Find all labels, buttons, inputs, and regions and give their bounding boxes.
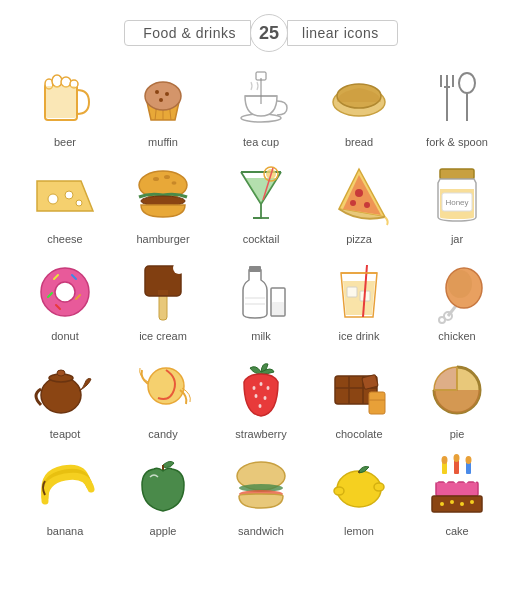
donut-icon [31,258,99,326]
svg-line-25 [445,71,469,125]
svg-point-97 [334,487,344,495]
svg-rect-5 [46,86,76,118]
cell-candy: candy [114,352,212,443]
chocolate-icon [325,356,393,424]
svg-rect-57 [158,290,168,295]
svg-rect-58 [249,266,261,272]
cake-label: cake [445,525,468,538]
svg-point-33 [172,181,177,185]
cell-donut: donut [16,254,114,345]
svg-rect-62 [272,302,284,315]
teapot-icon [31,356,99,424]
hamburger-label: hamburger [136,233,189,246]
svg-point-74 [57,370,65,376]
cell-beer: beer [16,60,114,151]
svg-point-41 [364,202,370,208]
header-number: 25 [250,14,288,52]
pie-label: pie [450,428,465,441]
ice-drink-icon [325,258,393,326]
svg-point-40 [355,189,363,197]
cell-pizza: pizza [310,157,408,248]
svg-point-42 [350,200,356,206]
svg-point-78 [267,386,270,390]
cheese-icon [31,161,99,229]
strawberry-icon [227,356,295,424]
svg-point-27 [48,194,58,204]
pizza-icon [325,161,393,229]
bread-label: bread [345,136,373,149]
beer-icon [31,64,99,132]
cell-chicken: chicken [408,254,506,345]
milk-label: milk [251,330,271,343]
ice-drink-label: ice drink [339,330,380,343]
muffin-label: muffin [148,136,178,149]
cell-hamburger: hamburger [114,157,212,248]
cocktail-label: cocktail [243,233,280,246]
chicken-label: chicken [438,330,475,343]
svg-point-31 [153,177,159,181]
beer-label: beer [54,136,76,149]
svg-point-79 [255,394,258,398]
svg-point-77 [260,382,263,386]
strawberry-label: strawberry [235,428,286,441]
svg-point-110 [470,500,474,504]
cell-milk: milk [212,254,310,345]
svg-point-12 [159,98,163,102]
candy-label: candy [148,428,177,441]
apple-icon [129,453,197,521]
svg-point-71 [448,270,472,298]
chicken-icon [423,258,491,326]
fork-spoon-label: fork & spoon [426,136,488,149]
svg-point-56 [173,262,185,274]
cell-apple: apple [114,449,212,540]
cell-ice-cream: ice cream [114,254,212,345]
candy-icon [129,356,197,424]
lemon-label: lemon [344,525,374,538]
cell-banana: banana [16,449,114,540]
teapot-label: teapot [50,428,81,441]
cell-cheese: cheese [16,157,114,248]
svg-point-47 [55,282,75,302]
tea-cup-icon [227,64,295,132]
cell-pie: pie [408,352,506,443]
svg-rect-63 [347,287,357,297]
cell-muffin: muffin [114,60,212,151]
header: Food & drinks 25 linear icons [0,14,522,52]
cell-cake: cake [408,449,506,540]
svg-point-108 [450,500,454,504]
svg-point-9 [145,82,181,110]
tea-cup-label: tea cup [243,136,279,149]
svg-text:Honey: Honey [445,198,468,207]
cell-chocolate: chocolate [310,352,408,443]
hamburger-icon [129,161,197,229]
sandwich-icon [227,453,295,521]
header-left-text: Food & drinks [124,20,251,46]
chocolate-label: chocolate [335,428,382,441]
cell-sandwich: sandwich [212,449,310,540]
svg-point-10 [155,90,159,94]
svg-point-32 [164,175,170,179]
jar-label: jar [451,233,463,246]
banana-icon [31,453,99,521]
cell-jar: Honey jar [408,157,506,248]
svg-point-96 [374,483,384,491]
cell-ice-drink: ice drink [310,254,408,345]
sandwich-label: sandwich [238,525,284,538]
ice-cream-icon [129,258,197,326]
svg-point-28 [65,191,73,199]
ice-cream-label: ice cream [139,330,187,343]
milk-icon [227,258,295,326]
svg-point-107 [440,502,444,506]
svg-point-69 [439,317,445,323]
svg-point-109 [460,502,464,506]
lemon-icon [325,453,393,521]
icon-grid: beer muffin [16,60,506,540]
svg-point-81 [259,404,262,408]
svg-point-11 [165,92,169,96]
svg-point-104 [466,456,472,464]
svg-rect-43 [440,169,474,179]
svg-rect-105 [436,482,478,496]
cell-bread: bread [310,60,408,151]
cell-teapot: teapot [16,352,114,443]
cocktail-icon [227,161,295,229]
